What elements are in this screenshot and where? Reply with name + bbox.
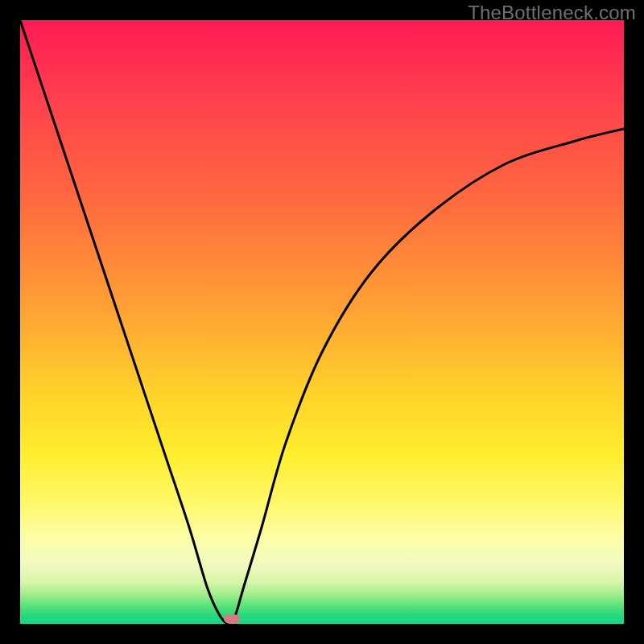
watermark-text: TheBottleneck.com xyxy=(468,2,636,24)
plot-area xyxy=(20,20,624,624)
optimal-point-marker xyxy=(224,614,240,624)
bottleneck-curve xyxy=(20,20,624,624)
chart-frame: TheBottleneck.com xyxy=(0,0,644,644)
